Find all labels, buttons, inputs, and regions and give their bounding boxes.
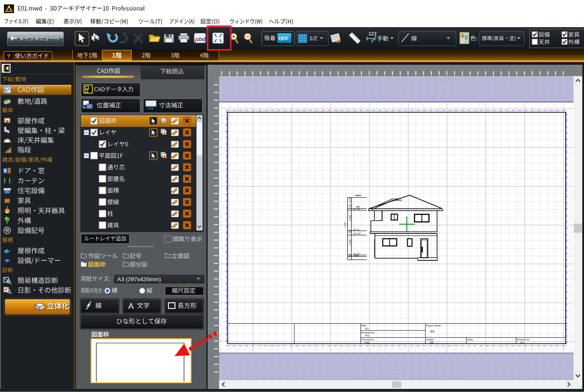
svg-text:Project Name: Project Name (426, 324, 441, 327)
svg-text:Date: Date (361, 324, 367, 327)
svg-text:1,276: 1,276 (349, 197, 351, 203)
svg-text:%B: %B (430, 341, 434, 344)
svg-text:1F FL: 1F FL (353, 252, 360, 255)
svg-text:%C: %C (520, 341, 524, 344)
svg-text:1F CH: 1F CH (353, 232, 360, 235)
svg-text:Checked by: Checked by (361, 338, 374, 341)
svg-text:2,400: 2,400 (349, 215, 351, 220)
svg-text:%A: %A (430, 330, 434, 333)
svg-text:Subject: Subject (426, 338, 434, 341)
svg-text:7,434: 7,434 (344, 222, 346, 228)
svg-text:%M: %M (365, 341, 369, 344)
svg-text:250: 250 (349, 204, 351, 208)
svg-text:%N: %N (365, 334, 369, 337)
svg-text:Drawing No.: Drawing No. (517, 338, 531, 341)
svg-text:Scale: Scale (467, 338, 473, 341)
svg-text:2F FL: 2F FL (353, 228, 360, 231)
svg-text:2,400: 2,400 (349, 239, 351, 245)
svg-text:2F CH: 2F CH (353, 208, 360, 210)
svg-text:450: 450 (349, 254, 351, 258)
svg-text:NO: NO (365, 327, 369, 330)
svg-text:500: 500 (349, 229, 351, 233)
svg-text:Designed by: Designed by (361, 331, 375, 334)
